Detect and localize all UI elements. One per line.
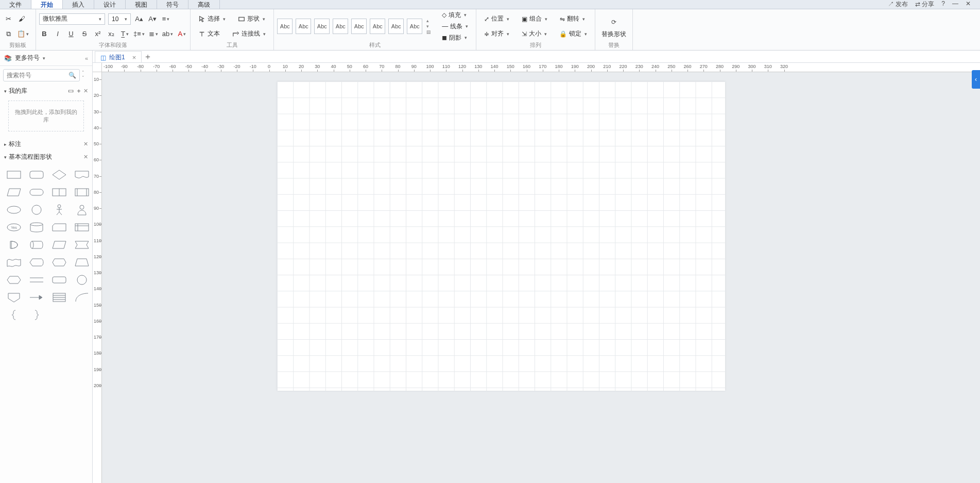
style-preset-3[interactable]: Abc <box>314 19 330 34</box>
style-gallery[interactable]: ▤ <box>426 29 431 35</box>
select-tool[interactable]: 选择 <box>194 13 230 25</box>
group-button[interactable]: ▣ 组合 <box>517 13 552 25</box>
cut-button[interactable]: ✂ <box>3 13 13 25</box>
shape-trapezoid[interactable] <box>72 255 92 270</box>
style-preset-4[interactable]: Abc <box>333 19 348 34</box>
style-preset-6[interactable]: Abc <box>370 19 385 34</box>
shape-hex-wide[interactable] <box>49 255 69 270</box>
style-scroll-down[interactable]: ▾ <box>426 24 431 29</box>
shape-tape[interactable] <box>4 255 24 270</box>
shape-process2[interactable] <box>49 273 69 287</box>
shape-card[interactable] <box>49 220 69 235</box>
strike-button[interactable]: S <box>79 28 90 40</box>
mylib-close[interactable]: ✕ <box>83 88 88 94</box>
paste-button[interactable]: 📋 <box>16 28 29 40</box>
shape-brace-r[interactable] <box>27 308 46 322</box>
doc-tab-1[interactable]: ◫ 绘图1 × <box>95 51 142 62</box>
ruler-horizontal[interactable]: -100-90-80-70-60-50-40-30-20-10010203040… <box>102 63 980 72</box>
menu-tab-start[interactable]: 开始 <box>31 0 63 9</box>
menu-tab-symbol[interactable]: 符号 <box>157 0 188 9</box>
font-color-button[interactable]: A <box>177 28 187 40</box>
style-preset-7[interactable]: Abc <box>388 19 404 34</box>
help-button[interactable]: ? <box>941 0 945 9</box>
shape-diamond[interactable] <box>49 168 69 182</box>
search-next[interactable]: ˅ <box>82 75 89 80</box>
search-box[interactable]: 🔍 <box>3 69 80 81</box>
copy-button[interactable]: ⧉ <box>3 28 13 40</box>
shape-subproc[interactable] <box>72 185 92 199</box>
publish-button[interactable]: ↗ 发布 <box>888 0 908 9</box>
ruler-vertical[interactable]: 1020304050607080901001101201301401501601… <box>93 72 102 483</box>
font-shrink-button[interactable]: A▾ <box>147 13 158 25</box>
align-button[interactable]: ≑ 对齐 <box>479 28 514 40</box>
lock-button[interactable]: 🔒 锁定 <box>555 28 592 40</box>
search-icon[interactable]: 🔍 <box>68 72 76 79</box>
text-align-button[interactable]: ≡ <box>161 13 171 25</box>
right-panel-toggle[interactable]: ‹ <box>972 70 980 89</box>
shape-actor[interactable] <box>72 203 92 217</box>
line-button[interactable]: — 线条 <box>437 21 473 32</box>
shape-stick[interactable] <box>49 203 69 217</box>
shape-display[interactable] <box>27 255 46 270</box>
style-preset-1[interactable]: Abc <box>277 19 293 34</box>
search-input[interactable] <box>7 72 68 79</box>
sidebar-collapse[interactable]: « <box>85 55 88 61</box>
shape-tool[interactable]: 形状 <box>233 13 270 25</box>
menu-tab-view[interactable]: 视图 <box>126 0 157 9</box>
shape-cylinder-h[interactable] <box>27 238 46 252</box>
shape-terminator[interactable] <box>27 185 46 199</box>
mylib-dropzone[interactable]: 拖拽到此处，添加到我的库 <box>8 101 84 131</box>
shape-loop[interactable] <box>72 238 92 252</box>
shape-document[interactable] <box>72 168 92 182</box>
shape-arrow[interactable] <box>27 290 46 305</box>
close-button[interactable]: ✕ <box>966 0 971 9</box>
shape-cylinder[interactable] <box>27 220 46 235</box>
bold-button[interactable]: B <box>39 28 49 40</box>
flip-button[interactable]: ⇋ 翻转 <box>555 13 590 25</box>
style-preset-8[interactable]: Abc <box>407 19 422 34</box>
fill-button[interactable]: ◇ 填充 <box>437 9 473 21</box>
shape-brace-l[interactable] <box>4 308 24 322</box>
menu-tab-design[interactable]: 设计 <box>94 0 126 9</box>
replace-shape-button[interactable]: ⟳ 替换形状 <box>598 14 629 39</box>
basic-close[interactable]: ✕ <box>83 154 88 160</box>
connector-tool[interactable]: 连接线 <box>228 28 270 40</box>
size-button[interactable]: ⇲ 大小 <box>517 28 552 40</box>
style-preset-2[interactable]: Abc <box>296 19 311 34</box>
text-tool[interactable]: 文本 <box>194 28 225 40</box>
mylib-header[interactable]: ▾我的库 ▭ ＋ ✕ <box>0 85 92 97</box>
shape-parallel[interactable] <box>27 273 46 287</box>
shape-arc[interactable] <box>72 290 92 305</box>
viewport[interactable] <box>102 72 980 483</box>
mylib-add[interactable]: ＋ <box>76 87 82 94</box>
annot-header[interactable]: ▸标注 ✕ <box>0 138 92 151</box>
menu-tab-file[interactable]: 文件 <box>0 0 31 9</box>
font-size-select[interactable]: 10▾ <box>108 13 131 25</box>
shape-roundrect[interactable] <box>27 168 46 182</box>
font-grow-button[interactable]: A▴ <box>134 13 144 25</box>
shape-internal[interactable] <box>72 220 92 235</box>
bullets-button[interactable]: ≣ <box>148 28 159 40</box>
style-scroll-up[interactable]: ▴ <box>426 18 431 23</box>
menu-tab-insert[interactable]: 插入 <box>63 0 94 9</box>
search-prev[interactable]: ˄ <box>82 70 89 75</box>
shape-offpage[interactable] <box>4 290 24 305</box>
text-direction-button[interactable]: T̲ <box>119 28 130 40</box>
share-button[interactable]: ⇄ 分享 <box>915 0 934 9</box>
annot-close[interactable]: ✕ <box>83 141 88 147</box>
menu-tab-advanced[interactable]: 高级 <box>188 0 220 9</box>
shape-circle[interactable] <box>27 203 46 217</box>
basic-header[interactable]: ▾基本流程图形状 ✕ <box>0 151 92 163</box>
shape-rect[interactable] <box>4 168 24 182</box>
line-spacing-button[interactable]: ‡≡ <box>133 28 145 40</box>
style-preset-5[interactable]: Abc <box>351 19 367 34</box>
format-painter-button[interactable]: 🖌 <box>16 13 27 25</box>
sidebar-title-drop[interactable]: ▾ <box>43 56 45 61</box>
underline-button[interactable]: U <box>66 28 76 40</box>
shape-ellipse[interactable] <box>4 203 24 217</box>
drawing-page[interactable] <box>277 81 725 391</box>
minimize-button[interactable]: — <box>952 0 958 9</box>
shape-yes[interactable]: Yes <box>4 220 24 235</box>
add-doc-tab[interactable]: ＋ <box>142 52 154 62</box>
superscript-button[interactable]: x² <box>93 28 103 40</box>
